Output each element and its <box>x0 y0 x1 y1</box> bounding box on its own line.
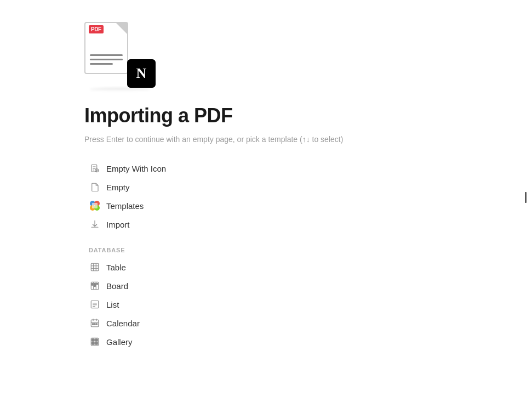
svg-rect-22 <box>96 284 98 285</box>
list-icon <box>89 298 101 310</box>
download-icon <box>89 218 101 230</box>
document-icon <box>89 162 101 174</box>
calendar-icon <box>89 317 101 329</box>
menu-item-empty-with-icon-label: Empty With Icon <box>106 164 166 173</box>
pdf-document: PDF <box>84 22 128 74</box>
page-title: Importing a PDF <box>84 104 532 127</box>
svg-rect-32 <box>94 324 95 325</box>
notion-block-icon: N <box>127 59 156 88</box>
database-menu-list: Table Board <box>84 258 532 351</box>
menu-item-empty-label: Empty <box>106 183 130 192</box>
menu-item-table[interactable]: Table <box>84 258 532 276</box>
menu-item-board-label: Board <box>106 281 128 291</box>
menu-item-templates-label: Templates <box>106 201 144 211</box>
svg-rect-36 <box>95 339 98 342</box>
database-section-label: DATABASE <box>84 247 532 253</box>
menu-item-import-label: Import <box>106 220 130 229</box>
menu-item-empty[interactable]: Empty <box>84 178 532 196</box>
pdf-line-1 <box>90 54 123 56</box>
table-icon <box>89 261 101 273</box>
menu-item-calendar[interactable]: Calendar <box>84 314 532 332</box>
menu-item-board[interactable]: Board <box>84 276 532 295</box>
menu-item-list[interactable]: List <box>84 295 532 314</box>
templates-icon <box>89 200 101 212</box>
svg-rect-12 <box>91 263 99 271</box>
svg-rect-37 <box>92 342 95 345</box>
gallery-icon <box>89 336 101 348</box>
page-subtitle: Press Enter to continue with an empty pa… <box>84 135 532 144</box>
svg-rect-31 <box>93 324 94 325</box>
svg-rect-20 <box>91 284 93 286</box>
pdf-to-notion-icon: PDF N <box>84 22 156 88</box>
menu-item-gallery-label: Gallery <box>106 337 133 347</box>
menu-item-table-label: Table <box>106 263 126 272</box>
menu-item-import[interactable]: Import <box>84 215 532 234</box>
svg-rect-21 <box>94 284 96 287</box>
svg-rect-11 <box>92 203 98 208</box>
pdf-lines <box>90 54 123 67</box>
menu-list: Empty With Icon Empty <box>84 159 532 234</box>
text-cursor <box>525 192 527 203</box>
svg-rect-33 <box>96 324 97 325</box>
menu-item-empty-with-icon[interactable]: Empty With Icon <box>84 159 532 178</box>
pdf-line-3 <box>90 63 113 65</box>
shadow <box>90 88 150 91</box>
pdf-badge: PDF <box>89 25 104 33</box>
notion-n-letter: N <box>136 66 147 81</box>
menu-item-calendar-label: Calendar <box>106 319 140 328</box>
board-icon <box>89 280 101 292</box>
svg-rect-23 <box>91 301 99 308</box>
menu-item-templates[interactable]: Templates <box>84 196 532 215</box>
menu-item-list-label: List <box>106 300 119 309</box>
pdf-line-2 <box>90 59 123 60</box>
main-content: PDF N Importing a PDF Press Enter to con… <box>0 0 532 373</box>
document-blank-icon <box>89 181 101 193</box>
logo-area: PDF N <box>84 22 532 88</box>
svg-rect-38 <box>95 342 98 345</box>
svg-rect-35 <box>92 339 95 342</box>
menu-item-gallery[interactable]: Gallery <box>84 332 532 351</box>
